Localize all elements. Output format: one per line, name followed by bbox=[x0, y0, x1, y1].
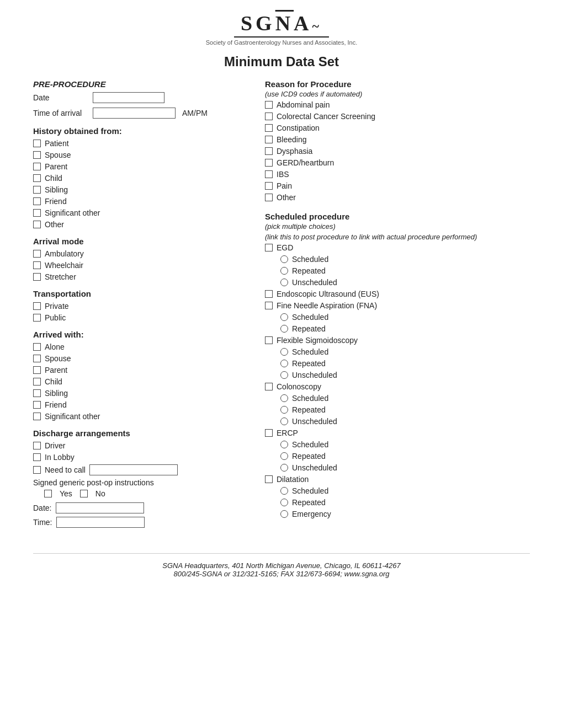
checkbox-ambulatory[interactable] bbox=[33, 250, 41, 258]
history-item-parent: Parent bbox=[33, 162, 243, 171]
radio-colonoscopy-repeated[interactable] bbox=[280, 406, 288, 414]
radio-dilatation-scheduled[interactable] bbox=[280, 487, 288, 495]
radio-fna-repeated[interactable] bbox=[280, 325, 288, 333]
checkbox-arrived-significant-other[interactable] bbox=[33, 413, 41, 420]
checkbox-dilatation[interactable] bbox=[265, 475, 273, 483]
transport-private: Private bbox=[33, 302, 243, 311]
checkbox-reason-other[interactable] bbox=[265, 194, 273, 201]
procedure-dilatation: Dilatation bbox=[265, 475, 530, 484]
fna-repeated: Repeated bbox=[280, 324, 530, 333]
checkbox-colonoscopy[interactable] bbox=[265, 383, 273, 390]
arrival-stretcher: Stretcher bbox=[33, 272, 243, 281]
checkbox-sibling[interactable] bbox=[33, 186, 41, 194]
checkbox-ibs[interactable] bbox=[265, 170, 273, 178]
colonoscopy-repeated: Repeated bbox=[280, 405, 530, 414]
colonoscopy-unscheduled: Unscheduled bbox=[280, 417, 530, 426]
yes-label: Yes bbox=[60, 489, 72, 498]
header: SGNA~ Society of Gastroenterology Nurses… bbox=[33, 11, 530, 69]
checkbox-eus[interactable] bbox=[265, 290, 273, 298]
discharge-need-to-call: Need to call bbox=[33, 464, 243, 475]
checkbox-arrived-sibling[interactable] bbox=[33, 389, 41, 397]
checkbox-arrived-child[interactable] bbox=[33, 378, 41, 386]
checkbox-other-history[interactable] bbox=[33, 221, 41, 228]
dilatation-emergency: Emergency bbox=[280, 510, 530, 518]
signed-row: Signed generic post-op instructions bbox=[33, 478, 243, 487]
ercp-repeated: Repeated bbox=[280, 452, 530, 461]
history-item-other: Other bbox=[33, 220, 243, 229]
radio-flex-sig-repeated[interactable] bbox=[280, 360, 288, 367]
checkbox-public[interactable] bbox=[33, 314, 41, 322]
checkbox-wheelchair[interactable] bbox=[33, 261, 41, 269]
checkbox-arrived-parent[interactable] bbox=[33, 366, 41, 374]
checkbox-egd[interactable] bbox=[265, 244, 273, 251]
logo-text: SGNA~ Society of Gastroenterology Nurses… bbox=[206, 11, 358, 46]
radio-dilatation-emergency[interactable] bbox=[280, 510, 288, 518]
radio-colonoscopy-unscheduled[interactable] bbox=[280, 417, 288, 425]
date2-input[interactable] bbox=[56, 502, 144, 513]
left-column: PRE-PROCEDURE Date Time of arrival AM/PM… bbox=[33, 79, 243, 531]
checkbox-dysphasia[interactable] bbox=[265, 147, 273, 155]
checkbox-alone[interactable] bbox=[33, 343, 41, 351]
checkbox-stretcher[interactable] bbox=[33, 273, 41, 281]
history-item-spouse: Spouse bbox=[33, 151, 243, 159]
no-label: No bbox=[95, 489, 105, 498]
checkbox-constipation[interactable] bbox=[265, 124, 273, 132]
checkbox-no[interactable] bbox=[80, 490, 88, 497]
scheduled-title: Scheduled procedure bbox=[265, 212, 530, 221]
arrived-list: Alone Spouse Parent Child Sibling Friend… bbox=[33, 342, 243, 421]
flex-sig-unscheduled: Unscheduled bbox=[280, 371, 530, 379]
scheduled-note2: (link this to post procedure to link wit… bbox=[265, 233, 530, 241]
radio-dilatation-repeated[interactable] bbox=[280, 499, 288, 506]
need-to-call-input[interactable] bbox=[89, 464, 178, 475]
logo-area: SGNA~ Society of Gastroenterology Nurses… bbox=[33, 11, 530, 46]
checkbox-gerd[interactable] bbox=[265, 159, 273, 167]
radio-egd-scheduled[interactable] bbox=[280, 255, 288, 263]
time-input[interactable] bbox=[93, 108, 176, 119]
checkbox-significant-other[interactable] bbox=[33, 209, 41, 217]
checkbox-ercp[interactable] bbox=[265, 429, 273, 437]
transportation-title: Transportation bbox=[33, 289, 243, 298]
procedure-egd: EGD bbox=[265, 243, 530, 252]
checkbox-pain[interactable] bbox=[265, 182, 273, 190]
arrived-friend: Friend bbox=[33, 400, 243, 409]
checkbox-flex-sig[interactable] bbox=[265, 336, 273, 344]
checkbox-patient[interactable] bbox=[33, 140, 41, 147]
radio-fna-scheduled[interactable] bbox=[280, 313, 288, 321]
checkbox-driver[interactable] bbox=[33, 442, 41, 449]
reason-other: Other bbox=[265, 193, 530, 202]
checkbox-parent[interactable] bbox=[33, 163, 41, 170]
radio-flex-sig-unscheduled[interactable] bbox=[280, 371, 288, 379]
arrived-sibling: Sibling bbox=[33, 389, 243, 398]
checkbox-private[interactable] bbox=[33, 302, 41, 310]
checkbox-yes[interactable] bbox=[44, 490, 52, 497]
reason-dysphasia: Dysphasia bbox=[265, 147, 530, 156]
reason-title: Reason for Procedure bbox=[265, 79, 530, 89]
radio-egd-unscheduled[interactable] bbox=[280, 279, 288, 286]
transport-list: Private Public bbox=[33, 302, 243, 322]
checkbox-colorectal[interactable] bbox=[265, 113, 273, 120]
checkbox-arrived-spouse[interactable] bbox=[33, 355, 41, 362]
checkbox-spouse[interactable] bbox=[33, 151, 41, 159]
checkbox-child[interactable] bbox=[33, 174, 41, 182]
footer: SGNA Headquarters, 401 North Michigan Av… bbox=[33, 553, 530, 578]
radio-ercp-scheduled[interactable] bbox=[280, 441, 288, 448]
radio-ercp-repeated[interactable] bbox=[280, 452, 288, 460]
checkbox-arrived-friend[interactable] bbox=[33, 401, 41, 409]
radio-egd-repeated[interactable] bbox=[280, 267, 288, 275]
procedure-eus: Endoscopic Ultrasound (EUS) bbox=[265, 290, 530, 298]
radio-flex-sig-scheduled[interactable] bbox=[280, 348, 288, 356]
date-input[interactable] bbox=[93, 92, 164, 103]
checkbox-bleeding[interactable] bbox=[265, 136, 273, 143]
time2-input[interactable] bbox=[56, 517, 145, 528]
history-item-friend: Friend bbox=[33, 197, 243, 206]
radio-ercp-unscheduled[interactable] bbox=[280, 464, 288, 472]
checkbox-abdominal-pain[interactable] bbox=[265, 101, 273, 109]
arrival-wheelchair: Wheelchair bbox=[33, 261, 243, 270]
checkbox-need-to-call[interactable] bbox=[33, 466, 41, 474]
checkbox-friend[interactable] bbox=[33, 197, 41, 205]
signed-label: Signed generic post-op instructions bbox=[33, 478, 154, 487]
reason-constipation: Constipation bbox=[265, 124, 530, 132]
radio-colonoscopy-scheduled[interactable] bbox=[280, 394, 288, 402]
checkbox-in-lobby[interactable] bbox=[33, 453, 41, 461]
checkbox-fna[interactable] bbox=[265, 302, 273, 309]
